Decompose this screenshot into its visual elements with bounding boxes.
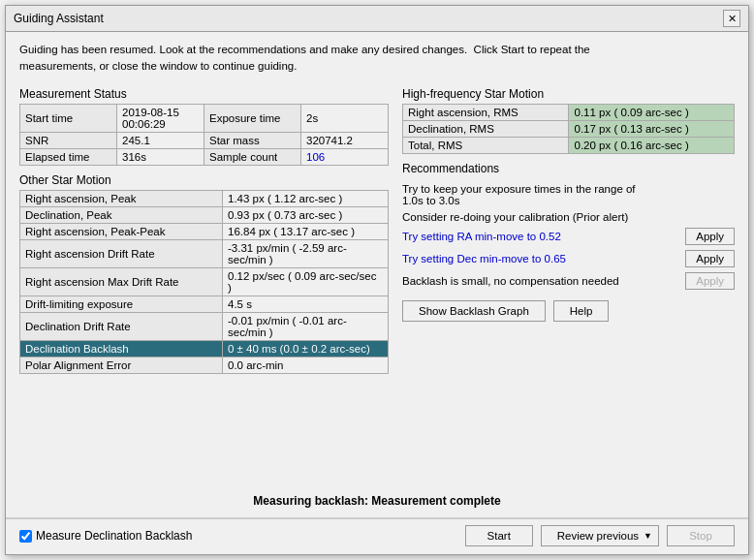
measurement-status-section: Measurement Status Start time 2019-08-15… bbox=[19, 87, 389, 166]
ra-peak-value: 1.43 px ( 1.12 arc-sec ) bbox=[223, 190, 389, 206]
apply-backlash-button[interactable]: Apply bbox=[685, 272, 735, 290]
table-row: SNR 245.1 Star mass 320741.2 bbox=[20, 132, 389, 148]
high-frequency-table: Right ascension, RMS 0.11 px ( 0.09 arc-… bbox=[402, 104, 735, 154]
apply-ra-minmove-button[interactable]: Apply bbox=[685, 228, 735, 245]
star-mass-value: 320741.2 bbox=[301, 132, 389, 148]
rec-row-dec-minmove: Try setting Dec min-move to 0.65 Apply bbox=[402, 250, 735, 267]
sample-count-label: Sample count bbox=[204, 148, 301, 165]
ra-peak-peak-label: Right ascension, Peak-Peak bbox=[20, 223, 223, 239]
start-time-label: Start time bbox=[20, 104, 117, 132]
table-row: Start time 2019-08-15 00:06:29 Exposure … bbox=[20, 104, 389, 132]
status-message: Measuring backlash: Measurement complete bbox=[19, 494, 735, 508]
checkbox-area: Measure Declination Backlash bbox=[19, 529, 192, 543]
measure-dec-checkbox[interactable] bbox=[19, 530, 32, 543]
footer-buttons: Start Review previous ▼ Stop bbox=[465, 525, 735, 546]
other-star-motion-title: Other Star Motion bbox=[19, 173, 389, 187]
table-row: Declination, RMS 0.17 px ( 0.13 arc-sec … bbox=[403, 120, 735, 137]
table-row: Right ascension, Peak-Peak 16.84 px ( 13… bbox=[20, 223, 389, 239]
ra-peak-peak-value: 16.84 px ( 13.17 arc-sec ) bbox=[223, 223, 389, 239]
drift-limiting-value: 4.5 s bbox=[223, 296, 389, 312]
high-frequency-title: High-frequency Star Motion bbox=[402, 87, 735, 101]
total-rms-value: 0.20 px ( 0.16 arc-sec ) bbox=[569, 137, 735, 153]
main-content: Measurement Status Start time 2019-08-15… bbox=[19, 87, 735, 487]
dec-peak-label: Declination, Peak bbox=[20, 206, 223, 223]
rec-exposure-text: Try to keep your exposure times in the r… bbox=[402, 183, 680, 206]
ra-peak-label: Right ascension, Peak bbox=[20, 190, 223, 206]
close-button[interactable]: ✕ bbox=[723, 10, 740, 27]
help-button[interactable]: Help bbox=[553, 300, 610, 322]
dec-drift-label: Declination Drift Rate bbox=[20, 312, 223, 340]
ra-rms-value: 0.11 px ( 0.09 arc-sec ) bbox=[569, 104, 735, 120]
table-row: Right ascension, RMS 0.11 px ( 0.09 arc-… bbox=[403, 104, 735, 120]
review-previous-button[interactable]: Review previous ▼ bbox=[541, 525, 659, 546]
left-panel: Measurement Status Start time 2019-08-15… bbox=[19, 87, 389, 487]
dec-backlash-value: 0 ± 40 ms (0.0 ± 0.2 arc-sec) bbox=[223, 340, 389, 357]
ra-drift-label: Right ascension Drift Rate bbox=[20, 239, 223, 267]
apply-dec-minmove-button[interactable]: Apply bbox=[685, 250, 735, 267]
review-dropdown-arrow: ▼ bbox=[644, 531, 652, 541]
stop-button[interactable]: Stop bbox=[667, 525, 735, 546]
review-previous-label: Review previous bbox=[557, 530, 639, 542]
show-backlash-graph-button[interactable]: Show Backlash Graph bbox=[402, 300, 546, 322]
exposure-time-value: 2s bbox=[301, 104, 389, 132]
table-row: Total, RMS 0.20 px ( 0.16 arc-sec ) bbox=[403, 137, 735, 153]
star-mass-label: Star mass bbox=[204, 132, 301, 148]
window-body: Guiding has been resumed. Look at the re… bbox=[6, 32, 748, 517]
table-row: Polar Alignment Error 0.0 arc-min bbox=[20, 357, 389, 373]
start-time-value: 2019-08-15 00:06:29 bbox=[117, 104, 204, 132]
ra-drift-value: -3.31 px/min ( -2.59 arc-sec/min ) bbox=[223, 239, 389, 267]
ra-rms-label: Right ascension, RMS bbox=[403, 104, 569, 120]
ra-max-drift-value: 0.12 px/sec ( 0.09 arc-sec/sec ) bbox=[223, 267, 389, 296]
window-title: Guiding Assistant bbox=[14, 12, 104, 25]
table-row: Right ascension, Peak 1.43 px ( 1.12 arc… bbox=[20, 190, 389, 206]
sample-count-value: 106 bbox=[301, 148, 389, 165]
snr-label: SNR bbox=[20, 132, 117, 148]
table-row: Right ascension Max Drift Rate 0.12 px/s… bbox=[20, 267, 389, 296]
rec-row-exposure: Try to keep your exposure times in the r… bbox=[402, 183, 735, 206]
measure-dec-label: Measure Declination Backlash bbox=[36, 529, 192, 543]
elapsed-time-label: Elapsed time bbox=[20, 148, 117, 165]
other-star-motion-table: Right ascension, Peak 1.43 px ( 1.12 arc… bbox=[19, 190, 389, 374]
recommendations-section: Recommendations Try to keep your exposur… bbox=[402, 162, 735, 322]
table-row: Right ascension Drift Rate -3.31 px/min … bbox=[20, 239, 389, 267]
rec-ra-minmove-text: Try setting RA min-move to 0.52 bbox=[402, 231, 679, 242]
drift-limiting-label: Drift-limiting exposure bbox=[20, 296, 223, 312]
footer: Measure Declination Backlash Start Revie… bbox=[6, 518, 748, 554]
dec-rms-label: Declination, RMS bbox=[403, 120, 569, 137]
header-message: Guiding has been resumed. Look at the re… bbox=[19, 42, 735, 76]
table-row: Drift-limiting exposure 4.5 s bbox=[20, 296, 389, 312]
dec-backlash-label: Declination Backlash bbox=[20, 340, 223, 357]
recommendations-title: Recommendations bbox=[402, 162, 735, 175]
rec-row-backlash: Backlash is small, no compensation neede… bbox=[402, 272, 735, 290]
ra-max-drift-label: Right ascension Max Drift Rate bbox=[20, 267, 223, 296]
backlash-buttons-row: Show Backlash Graph Help bbox=[402, 300, 735, 322]
other-star-motion-section: Other Star Motion Right ascension, Peak … bbox=[19, 173, 389, 374]
rec-dec-minmove-text: Try setting Dec min-move to 0.65 bbox=[402, 253, 679, 264]
polar-alignment-value: 0.0 arc-min bbox=[223, 357, 389, 373]
elapsed-time-value: 316s bbox=[117, 148, 204, 165]
title-bar: Guiding Assistant ✕ bbox=[6, 6, 748, 32]
dec-rms-value: 0.17 px ( 0.13 arc-sec ) bbox=[569, 120, 735, 137]
guiding-assistant-window: Guiding Assistant ✕ Guiding has been res… bbox=[5, 5, 749, 555]
exposure-time-label: Exposure time bbox=[204, 104, 301, 132]
measurement-table: Start time 2019-08-15 00:06:29 Exposure … bbox=[19, 104, 389, 166]
start-button[interactable]: Start bbox=[465, 525, 533, 546]
dec-drift-value: -0.01 px/min ( -0.01 arc-sec/min ) bbox=[223, 312, 389, 340]
dec-peak-value: 0.93 px ( 0.73 arc-sec ) bbox=[223, 206, 389, 223]
high-frequency-section: High-frequency Star Motion Right ascensi… bbox=[402, 87, 735, 154]
right-panel: High-frequency Star Motion Right ascensi… bbox=[402, 87, 735, 487]
table-row: Elapsed time 316s Sample count 106 bbox=[20, 148, 389, 165]
total-rms-label: Total, RMS bbox=[403, 137, 569, 153]
snr-value: 245.1 bbox=[117, 132, 204, 148]
measurement-status-title: Measurement Status bbox=[19, 87, 389, 101]
rec-row-calibration: Consider re-doing your calibration (Prio… bbox=[402, 211, 735, 223]
rec-row-ra-minmove: Try setting RA min-move to 0.52 Apply bbox=[402, 228, 735, 245]
table-row: Declination Drift Rate -0.01 px/min ( -0… bbox=[20, 312, 389, 340]
dec-backlash-row: Declination Backlash 0 ± 40 ms (0.0 ± 0.… bbox=[20, 340, 389, 357]
rec-calibration-text: Consider re-doing your calibration (Prio… bbox=[402, 211, 680, 223]
table-row: Declination, Peak 0.93 px ( 0.73 arc-sec… bbox=[20, 206, 389, 223]
polar-alignment-label: Polar Alignment Error bbox=[20, 357, 223, 373]
rec-backlash-text: Backlash is small, no compensation neede… bbox=[402, 275, 679, 287]
